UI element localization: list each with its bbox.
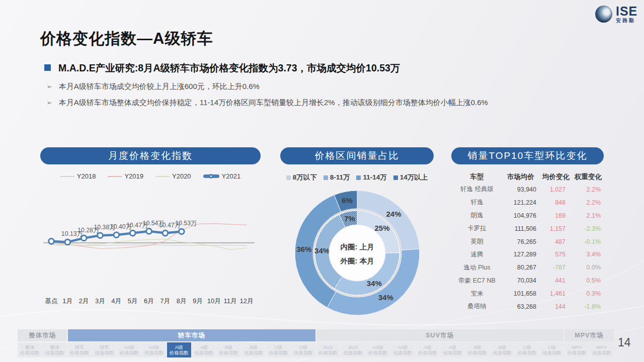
table-row: 帝豪 EC7 NB70,0344410.5% xyxy=(453,274,605,287)
tab-line2: 优惠指数 xyxy=(493,350,512,355)
tab-line2: 价格指数 xyxy=(120,350,139,355)
cell-weight-change: -0.1% xyxy=(572,238,605,245)
table-row: 朗逸104,9761692.1% xyxy=(453,209,605,222)
section-title-monthly-index: 月度价格变化指数 xyxy=(40,147,261,164)
legend-line-swatch xyxy=(203,174,219,178)
tab-line1: A0级 xyxy=(124,344,134,350)
index-tab-C级-价格指数[interactable]: C级价格指数 xyxy=(266,342,290,357)
col-header-model: 车型 xyxy=(453,172,501,182)
index-tab-A0级-价格指数[interactable]: A0级价格指数 xyxy=(117,342,141,357)
index-tab-SUV-优惠指数[interactable]: SUV优惠指数 xyxy=(341,342,365,357)
tab-line1: 轿车 xyxy=(75,344,85,350)
index-tab-整体-优惠指数[interactable]: 整体优惠指数 xyxy=(42,342,66,357)
x-axis-label: 8月 xyxy=(177,297,187,305)
x-axis-label: 4月 xyxy=(111,297,121,305)
legend-line-swatch xyxy=(155,176,170,177)
index-tab-A0级-价格指数[interactable]: A0级价格指数 xyxy=(366,342,390,357)
index-tab-C级-优惠指数[interactable]: C级优惠指数 xyxy=(540,342,564,357)
cell-model: 卡罗拉 xyxy=(453,224,501,233)
cell-weight-change: 2.2% xyxy=(572,186,605,193)
tab-line2: 优惠指数 xyxy=(194,350,213,355)
top10-table-body: 轩逸 经典版93,9401,0272.2%轩逸121,2248462.2%朗逸1… xyxy=(453,183,605,313)
tab-line1: 轿车 xyxy=(100,344,109,350)
index-tab-MPV-优惠指数[interactable]: MPV优惠指数 xyxy=(590,342,614,357)
cell-weight-change: 0.0% xyxy=(572,264,605,271)
x-axis-label: 9月 xyxy=(193,297,203,305)
tab-line1: MPV xyxy=(572,344,582,350)
market-tab-inactive[interactable]: MPV市场 xyxy=(565,329,614,341)
tab-line2: 优惠指数 xyxy=(45,350,64,355)
top10-table-header: 车型 市场均价 均价变化 权重变化 xyxy=(453,171,605,183)
tab-line1: 整体 xyxy=(50,344,59,350)
arrow-bullet-icon: ➢ xyxy=(46,99,52,107)
donut-slice-label: 34% xyxy=(367,279,382,288)
tab-line1: SUV xyxy=(324,344,334,350)
x-axis-label: 6月 xyxy=(144,297,154,305)
cell-model: 桑塔纳 xyxy=(453,302,501,311)
donut-center-label: 内圈: 上月 外圈: 本月 xyxy=(325,240,390,268)
tab-line2: 价格指数 xyxy=(318,350,338,355)
index-tab-row: 整体价格指数整体优惠指数轿车价格指数轿车优惠指数A0级价格指数A0级优惠指数A级… xyxy=(18,342,614,357)
cell-model: 轩逸 经典版 xyxy=(453,185,501,194)
index-tab-C级-优惠指数[interactable]: C级优惠指数 xyxy=(291,342,315,357)
page-number: 14 xyxy=(618,336,631,349)
index-tab-B级-价格指数[interactable]: B级价格指数 xyxy=(465,342,490,357)
index-tab-轿车-优惠指数[interactable]: 轿车优惠指数 xyxy=(92,342,116,357)
index-tab-B级-优惠指数[interactable]: B级优惠指数 xyxy=(490,342,514,357)
tab-line2: 优惠指数 xyxy=(344,350,363,355)
index-tab-整体-价格指数[interactable]: 整体价格指数 xyxy=(18,342,42,357)
cell-model: 帝豪 EC7 NB xyxy=(453,277,501,285)
tab-line2: 优惠指数 xyxy=(144,350,164,355)
legend-label: Y2020 xyxy=(172,172,191,180)
cell-price-change: 575 xyxy=(540,251,572,258)
tab-line1: C级 xyxy=(274,344,282,350)
index-tab-MPV-价格指数[interactable]: MPV价格指数 xyxy=(565,342,589,357)
legend-label: Y2018 xyxy=(77,172,96,180)
pie-legend-label: 14万以上 xyxy=(400,173,428,182)
index-tab-A0级-优惠指数[interactable]: A0级优惠指数 xyxy=(142,342,166,357)
page-title: 价格变化指数—A级轿车 xyxy=(40,28,213,49)
legend-line-swatch xyxy=(108,176,122,177)
index-tab-轿车-价格指数[interactable]: 轿车价格指数 xyxy=(67,342,92,357)
pie-legend-item: 8万以下 xyxy=(286,173,317,182)
index-tab-A级-优惠指数[interactable]: A级优惠指数 xyxy=(440,342,464,357)
index-tab-B级-优惠指数[interactable]: B级优惠指数 xyxy=(242,342,266,357)
cell-model: 朗逸 xyxy=(453,211,501,220)
cell-avg-price: 70,034 xyxy=(501,277,540,284)
tab-line2: 价格指数 xyxy=(70,350,89,355)
index-tab-A级-价格指数[interactable]: A级价格指数 xyxy=(167,342,191,357)
donut-center-outer-ring-label: 外圈: 本月 xyxy=(325,254,390,268)
pie-legend-swatch xyxy=(286,175,291,180)
tab-line2: 价格指数 xyxy=(170,350,189,355)
tab-line1: B级 xyxy=(250,344,258,350)
sub-bullet-item: ➢本月A级轿车市场整体成交均价保持稳定，11-14万价格区间车型销量较上月增长2… xyxy=(46,98,605,108)
donut-chart-legend: 8万以下8-11万11-14万14万以上 xyxy=(280,173,434,182)
cell-price-change: 1,461 xyxy=(540,290,572,297)
slide: ISE 安路勤 价格变化指数—A级轿车 M.A.D.E产业研究:8月A级轿车市场… xyxy=(0,0,644,362)
table-row: 轩逸121,2248462.2% xyxy=(453,196,605,209)
pie-legend-label: 11-14万 xyxy=(363,173,386,182)
index-tab-C级-价格指数[interactable]: C级价格指数 xyxy=(515,342,539,357)
cell-avg-price: 104,976 xyxy=(501,212,540,219)
x-axis-label: 12月 xyxy=(239,297,253,305)
x-axis-label: 10月 xyxy=(207,297,221,305)
bottom-navigation: 整体市场轿车市场SUV市场MPV市场 整体价格指数整体优惠指数轿车价格指数轿车优… xyxy=(18,329,614,357)
tab-line1: C级 xyxy=(523,344,531,350)
tab-line2: 价格指数 xyxy=(269,350,288,355)
index-tab-A级-价格指数[interactable]: A级价格指数 xyxy=(416,342,440,357)
x-axis-label: 2月 xyxy=(79,297,89,305)
index-tab-A0级-优惠指数[interactable]: A0级优惠指数 xyxy=(390,342,415,357)
market-tab-inactive[interactable]: 整体市场 xyxy=(18,329,67,341)
tab-line2: 价格指数 xyxy=(468,350,487,355)
pie-legend-swatch xyxy=(356,175,361,180)
market-tab-inactive[interactable]: SUV市场 xyxy=(316,329,564,341)
cell-price-change: 144 xyxy=(540,303,572,310)
x-axis-label: 11月 xyxy=(224,297,237,305)
index-tab-B级-价格指数[interactable]: B级价格指数 xyxy=(216,342,240,357)
index-tab-A级-优惠指数[interactable]: A级优惠指数 xyxy=(192,342,216,357)
donut-slice-label: 7% xyxy=(344,214,355,223)
pie-legend-item: 11-14万 xyxy=(356,173,386,182)
tab-line2: 优惠指数 xyxy=(244,350,263,355)
market-tab-active[interactable]: 轿车市场 xyxy=(68,329,315,341)
index-tab-SUV-价格指数[interactable]: SUV价格指数 xyxy=(316,342,340,357)
